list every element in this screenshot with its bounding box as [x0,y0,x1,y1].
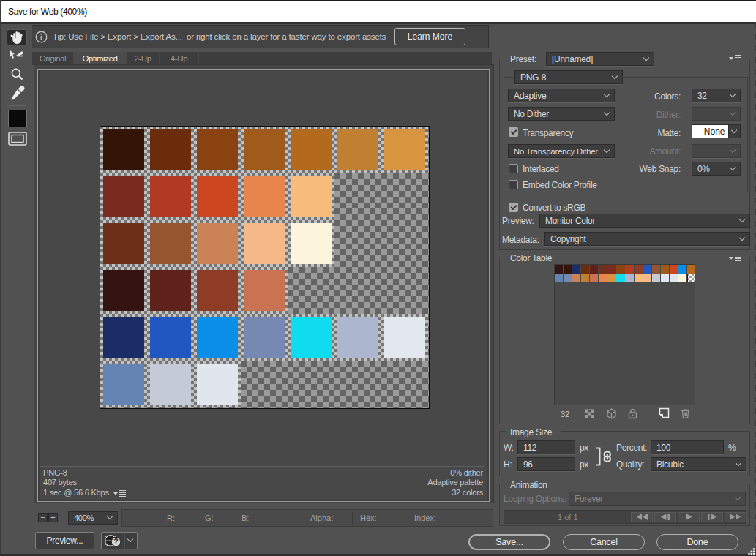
svg-text:?: ? [113,537,118,546]
